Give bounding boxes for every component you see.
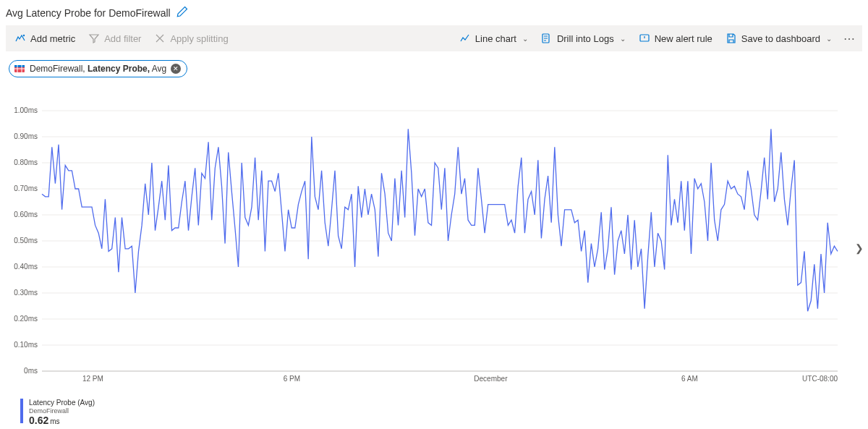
save-icon [726,33,737,44]
svg-text:12 PM: 12 PM [82,375,103,383]
legend: Latency Probe (Avg) DemoFirewall 0.62ms [6,393,862,426]
chart-type-label: Line chart [475,33,516,44]
add-filter-label: Add filter [104,33,141,44]
apply-splitting-label: Apply splitting [170,33,228,44]
svg-point-0 [23,35,25,36]
more-menu-button[interactable]: ⋯ [839,32,859,46]
logs-icon [541,33,553,44]
svg-text:0.60ms: 0.60ms [14,211,38,218]
svg-text:0.40ms: 0.40ms [14,263,38,271]
svg-text:0.80ms: 0.80ms [14,158,38,166]
filter-icon [88,33,100,44]
svg-text:0.50ms: 0.50ms [14,237,38,245]
svg-text:UTC-08:00: UTC-08:00 [802,375,838,383]
svg-text:0.20ms: 0.20ms [14,315,38,323]
legend-resource-name: DemoFirewall [29,407,95,415]
add-metric-icon [14,33,26,44]
page-title: Avg Latency Probe for DemoFirewall [6,7,171,19]
chevron-down-icon: ⌄ [620,35,626,43]
apply-splitting-button[interactable]: Apply splitting [148,27,234,50]
drill-logs-dropdown[interactable]: Drill into Logs ⌄ [535,27,631,50]
save-dashboard-label: Save to dashboard [741,33,820,44]
add-metric-button[interactable]: Add metric [9,27,81,50]
legend-series-name: Latency Probe (Avg) [29,399,95,407]
pill-metric: Latency Probe, [88,64,150,74]
pill-resource: DemoFirewall, [30,64,85,74]
next-page-button[interactable]: ❯ [855,242,864,254]
svg-text:0.90ms: 0.90ms [14,132,38,140]
drill-logs-label: Drill into Logs [557,33,614,44]
svg-text:0.70ms: 0.70ms [14,184,38,192]
line-chart-icon [459,33,471,44]
chevron-down-icon: ⌄ [826,35,832,43]
latency-chart[interactable]: 0ms0.10ms0.20ms0.30ms0.40ms0.50ms0.60ms0… [6,103,859,393]
legend-color-swatch [20,399,23,423]
svg-text:6 AM: 6 AM [681,375,698,383]
firewall-icon [14,63,25,75]
add-filter-button[interactable]: Add filter [82,27,147,50]
alert-icon [639,33,650,44]
svg-text:0.10ms: 0.10ms [14,341,38,349]
svg-text:0.30ms: 0.30ms [14,289,38,297]
new-alert-button[interactable]: New alert rule [633,27,718,50]
svg-text:0ms: 0ms [24,367,38,375]
edit-icon[interactable] [176,6,188,20]
svg-rect-4 [14,65,25,67]
legend-value: 0.62ms [29,415,95,426]
chart-type-dropdown[interactable]: Line chart ⌄ [454,27,534,50]
toolbar: Add metric Add filter Apply splitting Li… [6,25,862,51]
metric-pill[interactable]: DemoFirewall, Latency Probe, Avg ✕ [9,60,187,77]
new-alert-label: New alert rule [655,33,712,44]
save-dashboard-dropdown[interactable]: Save to dashboard ⌄ [720,27,838,50]
svg-text:December: December [474,375,508,383]
split-icon [154,33,166,44]
remove-metric-button[interactable]: ✕ [171,64,181,74]
svg-text:6 PM: 6 PM [284,375,300,383]
add-metric-label: Add metric [30,33,75,44]
chevron-down-icon: ⌄ [522,35,528,43]
pill-agg: Avg [152,64,166,74]
svg-text:1.00ms: 1.00ms [14,106,38,114]
